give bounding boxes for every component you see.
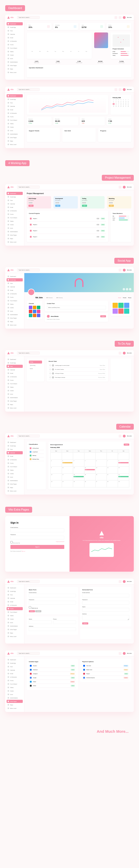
sidebar-item-charts[interactable]: Charts (7, 472, 23, 475)
cal-cell[interactable]: 21 (107, 473, 118, 480)
cal-day[interactable]: 9 (115, 101, 117, 103)
cal-cell[interactable]: 7 (107, 460, 118, 466)
name-input[interactable] (29, 620, 52, 624)
cal-cell[interactable]: 28 (107, 480, 118, 487)
cal-cell[interactable]: 6 (95, 460, 107, 466)
sidebar-item-ui-elements[interactable]: UI Elements (7, 39, 23, 43)
sidebar-item-email[interactable]: Email (7, 455, 23, 458)
notification-icon[interactable] (119, 580, 121, 583)
sidebar-item-ui-elements[interactable]: UI Elements (7, 603, 23, 607)
cal-day[interactable]: 5 (122, 99, 124, 101)
sidebar-item-charts[interactable]: Charts (7, 306, 23, 309)
password-input[interactable] (10, 536, 64, 539)
check-input[interactable]: Check me out (29, 608, 38, 609)
cal-cell[interactable]: 24 (62, 480, 73, 487)
cal-cell[interactable]: 10 (62, 466, 73, 473)
sidebar-item-calendar[interactable]: Calendar (7, 33, 23, 36)
email-input[interactable] (29, 594, 76, 597)
todo-nav-done[interactable]: Done (29, 367, 42, 370)
user-avatar[interactable] (123, 16, 126, 19)
sidebar-item-tables[interactable]: Tables (7, 686, 23, 689)
sidebar-item-menu-level[interactable]: Menu Level (7, 241, 23, 244)
sidebar-item-forms[interactable]: Forms (7, 296, 23, 299)
todo-nav-today[interactable]: Today (29, 361, 42, 364)
sidebar-item-email[interactable]: Email (7, 36, 23, 39)
logo[interactable]: vito (7, 580, 13, 583)
search-input[interactable] (17, 186, 39, 189)
sidebar-item-ui-elements[interactable]: UI Elements (7, 112, 23, 115)
cal-cell[interactable]: 17 (62, 473, 73, 480)
sidebar-item-authentication[interactable]: Authentication (7, 313, 23, 316)
message-icon[interactable] (119, 16, 121, 19)
sidebar-item-authentication[interactable]: Authentication (7, 696, 23, 700)
cal-cell[interactable] (62, 453, 73, 460)
sidebar-item-extra-pages[interactable]: Extra Pages (7, 234, 23, 237)
app-row[interactable]: DropboxActive (29, 664, 76, 668)
checkbox-icon[interactable] (50, 365, 51, 366)
sidebar-item-dashboard[interactable]: Dashboard (7, 441, 23, 444)
sidebar-item-maps[interactable]: Maps (7, 703, 23, 706)
view-button[interactable]: View (109, 205, 114, 207)
sidebar-item-todo[interactable]: Todo (7, 282, 23, 285)
todo-item[interactable]: IOS App UI fixingsTomorrow 9:00am (49, 372, 106, 375)
cal-cell[interactable]: 12Event (84, 466, 95, 473)
sidebar-item-form-wizard[interactable]: Form Wizard (7, 682, 23, 686)
sidebar-item-menu-level[interactable]: Menu Level (7, 71, 23, 74)
cal-day[interactable]: 6 (125, 99, 127, 101)
sidebar-item-extra-pages[interactable]: Extra Pages (7, 316, 23, 319)
todo-item[interactable]: Final design mockupsTomorrow 2:00pm (49, 375, 106, 379)
sidebar-item-calendar[interactable]: Calendar (7, 451, 23, 454)
user-avatar[interactable] (123, 186, 126, 189)
cal-cell[interactable]: 20 (95, 473, 107, 480)
today-button[interactable]: Today (124, 443, 129, 446)
cal-day[interactable]: 7 (127, 99, 129, 101)
post-input[interactable] (47, 306, 106, 309)
sidebar-item-ui-elements[interactable]: UI Elements (7, 209, 23, 212)
view-button[interactable]: View (82, 205, 87, 207)
cal-day[interactable]: 2 (115, 99, 117, 101)
project-row[interactable]: Project 2Active (29, 222, 106, 228)
signup-link[interactable]: Sign up (22, 551, 25, 552)
sidebar-item-dashboard[interactable]: Dashboard (7, 586, 23, 589)
project-row[interactable]: Project 1Active (29, 216, 106, 222)
sidebar-item-menu-level[interactable]: Menu Level (7, 489, 23, 493)
cal-cell[interactable]: 27 (95, 480, 107, 487)
cal-day[interactable]: 24 (117, 105, 119, 107)
sidebar-item-email[interactable]: Email (7, 600, 23, 603)
classification-item[interactable]: All Day Event (29, 446, 44, 450)
cal-cell[interactable]: 19 (84, 473, 95, 480)
sidebar-item-calendar[interactable]: Calendar (7, 597, 23, 600)
sidebar-item-social-app[interactable]: Social App (7, 278, 23, 281)
sidebar-item-extra-pages[interactable]: Extra Pages (7, 136, 23, 139)
logo[interactable]: vito (7, 435, 13, 437)
name-input-2[interactable] (82, 608, 129, 612)
cal-day[interactable]: 28 (127, 105, 129, 107)
sidebar-item-form-wizard[interactable]: Form Wizard (7, 216, 23, 219)
sidebar-item-extra-pages[interactable]: Extra Pages (7, 483, 23, 486)
cal-cell[interactable]: 29 (118, 480, 129, 487)
logo[interactable]: vito (7, 186, 13, 188)
sidebar-item-charts[interactable]: Charts (7, 618, 23, 621)
todo-nav-upcoming[interactable]: Upcoming (29, 364, 42, 367)
logo[interactable]: vito (7, 16, 13, 19)
app-row[interactable]: GoogleActive (29, 676, 76, 680)
sidebar-item-extra-pages[interactable]: Extra Pages (7, 700, 23, 703)
social-tw-icon[interactable] (126, 288, 128, 290)
user-avatar[interactable] (123, 352, 126, 354)
sidebar-item-calendar[interactable]: Calendar (7, 368, 23, 371)
cal-cell[interactable]: 5 (84, 460, 95, 466)
cal-cell[interactable]: 18Event (73, 473, 84, 480)
social-fb-icon[interactable] (123, 288, 125, 290)
search-input[interactable] (17, 269, 39, 272)
app-row[interactable]: FacebookActive (29, 668, 76, 672)
search-input[interactable] (17, 88, 39, 91)
sidebar-item-form-wizard[interactable]: Form Wizard (7, 299, 23, 302)
cal-day[interactable]: 3 (117, 99, 119, 101)
sidebar-item-calendar[interactable]: Calendar (7, 285, 23, 288)
address-input[interactable] (29, 627, 76, 631)
phone-input[interactable] (53, 620, 76, 624)
user-avatar[interactable] (123, 652, 126, 655)
notification-icon[interactable] (119, 352, 121, 354)
sidebar-item-todo[interactable]: Todo (7, 365, 23, 368)
sidebar-item-maps[interactable]: Maps (7, 67, 23, 70)
